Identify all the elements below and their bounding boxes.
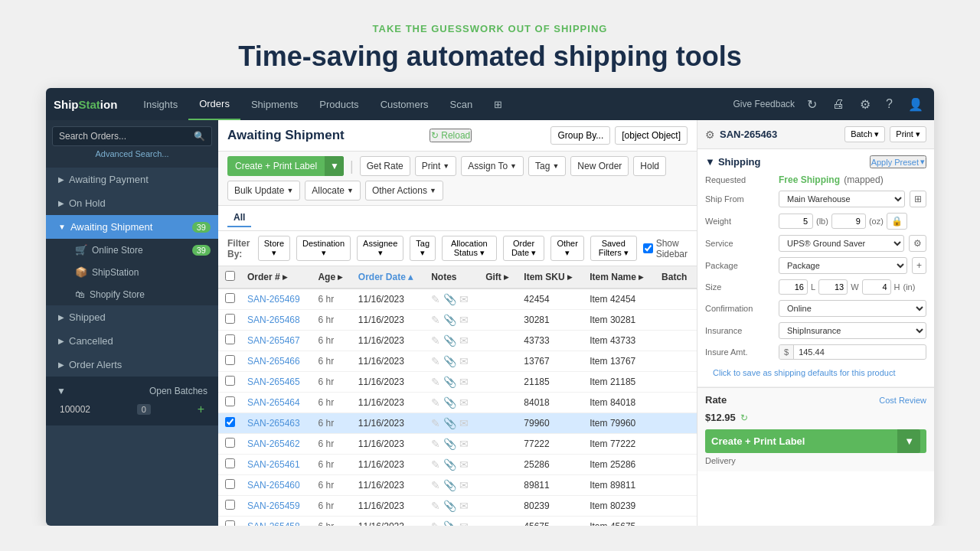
row-checkbox[interactable] xyxy=(225,479,235,489)
note-icon-2[interactable]: 📎 xyxy=(443,520,456,526)
sidebar-item-shipped[interactable]: ▶ Shipped xyxy=(46,305,218,329)
note-icon-3[interactable]: ✉ xyxy=(459,355,469,367)
row-checkbox-cell[interactable] xyxy=(218,434,241,455)
insure-amount-input[interactable] xyxy=(794,345,926,359)
row-checkbox-cell[interactable] xyxy=(218,475,241,496)
row-checkbox-cell[interactable] xyxy=(218,496,241,517)
size-l-input[interactable] xyxy=(779,279,808,295)
row-checkbox[interactable] xyxy=(225,376,235,386)
weight-lock-icon[interactable]: 🔒 xyxy=(887,213,907,230)
note-icon-1[interactable]: ✎ xyxy=(431,438,440,450)
refresh-icon[interactable]: ↻ xyxy=(804,94,820,115)
filter-assignee[interactable]: Assignee ▾ xyxy=(357,236,403,261)
note-icon-2[interactable]: 📎 xyxy=(443,334,456,347)
row-checkbox-cell[interactable] xyxy=(218,517,241,527)
rs-print-button[interactable]: Print ▾ xyxy=(890,126,926,142)
row-checkbox[interactable] xyxy=(225,396,235,406)
th-age[interactable]: Age ▸ xyxy=(312,266,351,289)
service-select[interactable]: UPS® Ground Saver xyxy=(779,235,904,252)
row-checkbox-cell[interactable] xyxy=(218,372,241,393)
nav-shipments[interactable]: Shipments xyxy=(240,88,309,120)
sidebar-sub-online-store[interactable]: 🛒 Online Store 39 xyxy=(67,239,218,261)
assign-to-button[interactable]: Assign To ▼ xyxy=(461,156,524,176)
row-checkbox[interactable] xyxy=(225,417,235,427)
cost-review-link[interactable]: Cost Review xyxy=(879,396,926,405)
sidebar-item-order-alerts[interactable]: ▶ Order Alerts xyxy=(46,353,218,377)
filter-order-date[interactable]: Order Date ▾ xyxy=(503,236,545,261)
note-icon-1[interactable]: ✎ xyxy=(431,458,440,471)
row-checkbox[interactable] xyxy=(225,314,235,324)
sidebar-sub-shipstation[interactable]: 📦 ShipStation xyxy=(67,261,218,283)
note-icon-2[interactable]: 📎 xyxy=(443,500,456,512)
note-icon-1[interactable]: ✎ xyxy=(431,314,440,326)
row-checkbox-cell[interactable] xyxy=(218,413,241,434)
advanced-search-link[interactable]: Advanced Search... xyxy=(52,146,212,161)
row-checkbox-cell[interactable] xyxy=(218,455,241,475)
note-icon-3[interactable]: ✉ xyxy=(459,500,469,512)
filter-other[interactable]: Other ▾ xyxy=(550,236,584,261)
create-dropdown-arrow[interactable]: ▼ xyxy=(325,156,344,176)
th-order-number[interactable]: Order # ▸ xyxy=(241,266,312,289)
give-feedback-link[interactable]: Give Feedback xyxy=(733,99,795,109)
order-link[interactable]: SAN-265464 xyxy=(247,397,300,408)
apply-preset-button[interactable]: Apply Preset ▾ xyxy=(870,155,926,168)
order-link[interactable]: SAN-265465 xyxy=(247,377,300,387)
add-batch-button[interactable]: + xyxy=(198,403,204,416)
row-checkbox-cell[interactable] xyxy=(218,351,241,372)
rs-batch-button[interactable]: Batch ▾ xyxy=(844,126,885,142)
nav-customers[interactable]: Customers xyxy=(370,88,439,120)
note-icon-2[interactable]: 📎 xyxy=(443,458,456,471)
row-checkbox[interactable] xyxy=(225,438,235,448)
filter-saved-filters[interactable]: Saved Filters ▾ xyxy=(590,236,637,261)
nav-orders[interactable]: Orders xyxy=(188,88,240,120)
filter-destination[interactable]: Destination ▾ xyxy=(296,236,351,261)
note-icon-1[interactable]: ✎ xyxy=(431,479,440,491)
ship-from-select[interactable]: Main Warehouse xyxy=(779,191,905,207)
note-icon-2[interactable]: 📎 xyxy=(443,314,456,326)
row-checkbox[interactable] xyxy=(225,355,235,365)
th-gift[interactable]: Gift ▸ xyxy=(479,266,518,289)
weight-oz-input[interactable] xyxy=(831,214,866,229)
reload-button[interactable]: ↻ Reload xyxy=(430,129,472,142)
confirmation-select[interactable]: Online xyxy=(779,300,926,317)
sidebar-item-awaiting-payment[interactable]: ▶ Awaiting Payment xyxy=(46,168,218,191)
note-icon-2[interactable]: 📎 xyxy=(443,355,456,367)
nav-insights[interactable]: Insights xyxy=(132,88,188,120)
order-link[interactable]: SAN-265468 xyxy=(247,315,300,325)
print-button[interactable]: Print ▼ xyxy=(415,156,457,176)
row-checkbox[interactable] xyxy=(225,520,235,526)
note-icon-3[interactable]: ✉ xyxy=(459,520,469,526)
filter-store[interactable]: Store ▾ xyxy=(258,236,290,261)
add-package-icon[interactable]: + xyxy=(912,257,926,274)
create-dropdown-arrow[interactable]: ▼ xyxy=(897,429,920,453)
th-item-name[interactable]: Item Name ▸ xyxy=(583,266,655,289)
note-icon-3[interactable]: ✉ xyxy=(459,458,469,471)
service-settings-icon[interactable]: ⚙ xyxy=(909,235,926,252)
select-all-checkbox[interactable] xyxy=(225,271,235,281)
note-icon-1[interactable]: ✎ xyxy=(431,293,440,305)
order-link[interactable]: SAN-265469 xyxy=(247,294,300,305)
row-checkbox[interactable] xyxy=(225,334,235,344)
filter-tag[interactable]: Tag ▾ xyxy=(410,236,436,261)
open-batches-toggle[interactable]: ▼ Open Batches xyxy=(54,383,211,399)
th-batch[interactable]: Batch xyxy=(655,266,697,289)
note-icon-2[interactable]: 📎 xyxy=(443,293,456,305)
sidebar-sub-shopify[interactable]: 🛍 Shopify Store xyxy=(67,283,218,305)
ship-from-edit-icon[interactable]: ⊞ xyxy=(910,191,926,207)
th-item-sku[interactable]: Item SKU ▸ xyxy=(518,266,583,289)
note-icon-1[interactable]: ✎ xyxy=(431,376,440,388)
package-select[interactable]: Package xyxy=(779,257,907,274)
th-order-date[interactable]: Order Date ▴ xyxy=(352,266,425,289)
note-icon-1[interactable]: ✎ xyxy=(431,520,440,526)
allocate-button[interactable]: Allocate ▼ xyxy=(305,181,361,201)
note-icon-2[interactable]: 📎 xyxy=(443,479,456,491)
note-icon-3[interactable]: ✉ xyxy=(459,293,469,305)
row-checkbox-cell[interactable] xyxy=(218,331,241,351)
user-icon[interactable]: 👤 xyxy=(905,94,926,115)
nav-grid[interactable]: ⊞ xyxy=(483,88,513,120)
note-icon-3[interactable]: ✉ xyxy=(459,417,469,429)
bulk-update-button[interactable]: Bulk Update ▼ xyxy=(227,181,300,201)
weight-lbs-input[interactable] xyxy=(779,214,813,229)
sidebar-item-on-hold[interactable]: ▶ On Hold xyxy=(46,191,218,215)
show-sidebar-checkbox[interactable] xyxy=(643,243,653,253)
